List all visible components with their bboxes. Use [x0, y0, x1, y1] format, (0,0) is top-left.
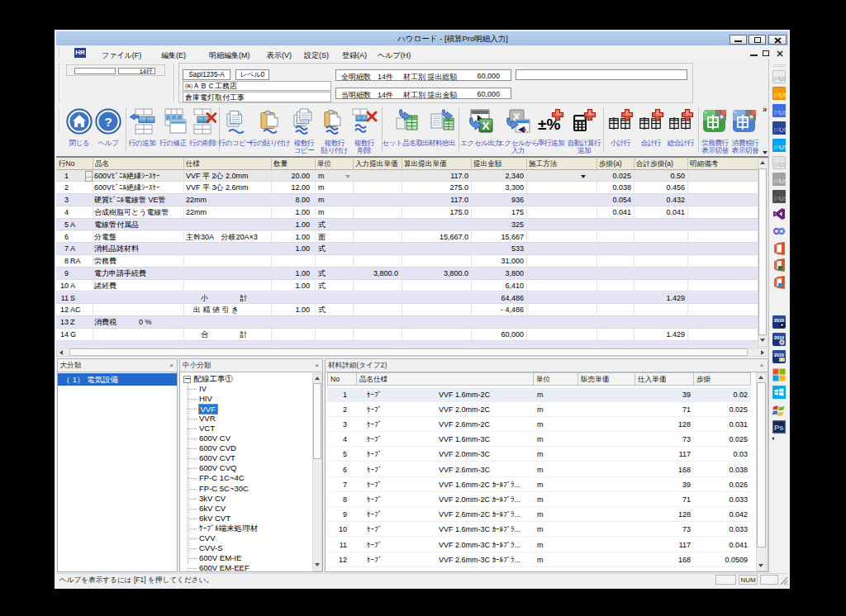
- svg-text:US: US: [779, 195, 786, 202]
- svg-text:X: X: [482, 120, 489, 132]
- svg-text:US: US: [779, 92, 786, 99]
- svg-text:US: US: [779, 161, 786, 168]
- svg-text:?: ?: [104, 115, 112, 129]
- svg-text:Ps: Ps: [774, 423, 784, 432]
- svg-text:US: US: [779, 126, 786, 134]
- svg-text:US: US: [779, 109, 786, 116]
- svg-text:2010: 2010: [774, 318, 784, 323]
- svg-text:US: US: [779, 75, 786, 83]
- svg-text:2010: 2010: [774, 335, 784, 340]
- svg-text:US: US: [779, 144, 786, 151]
- svg-text:2010: 2010: [774, 353, 784, 358]
- svg-text:US: US: [779, 178, 786, 185]
